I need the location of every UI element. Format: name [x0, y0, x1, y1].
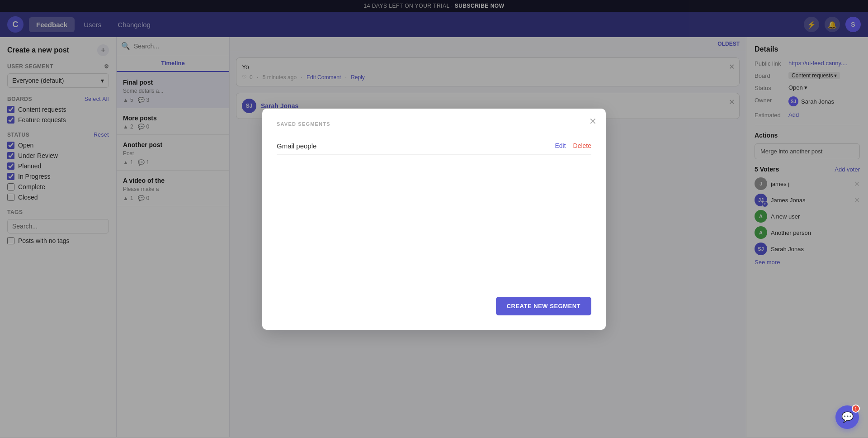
create-segment-button[interactable]: CREATE NEW SEGMENT — [496, 297, 591, 315]
modal-overlay[interactable]: Saved Segments ✕ Gmail people Edit Delet… — [0, 0, 868, 437]
segment-actions: Edit Delete — [555, 142, 591, 149]
modal-footer: CREATE NEW SEGMENT — [277, 297, 591, 315]
chat-badge: 1 — [852, 405, 860, 413]
saved-segments-modal: Saved Segments ✕ Gmail people Edit Delet… — [262, 109, 606, 330]
segment-delete-button[interactable]: Delete — [573, 142, 591, 149]
segment-name: Gmail people — [277, 142, 316, 150]
modal-body: Gmail people Edit Delete — [277, 138, 591, 282]
chat-icon: 💬 — [841, 411, 854, 423]
segment-edit-button[interactable]: Edit — [555, 142, 566, 149]
modal-title: Saved Segments — [277, 121, 591, 127]
chat-widget[interactable]: 💬 1 — [835, 405, 859, 429]
segment-row-1: Gmail people Edit Delete — [277, 138, 591, 155]
modal-close-button[interactable]: ✕ — [589, 117, 597, 126]
